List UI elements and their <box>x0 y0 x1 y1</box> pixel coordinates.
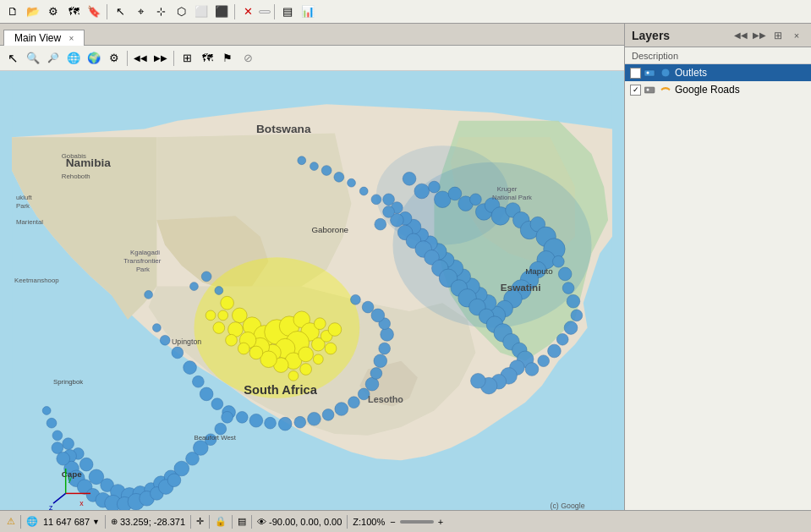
eye-values: -90.00, 0.00, 0.00 <box>269 517 342 527</box>
zoom-slider[interactable] <box>400 520 434 524</box>
tab-bar: Main View × <box>0 24 624 46</box>
svg-point-137 <box>160 335 170 345</box>
collapse-right-button[interactable]: ▶▶ <box>752 28 767 43</box>
layer-checkbox-outlets[interactable]: ✓ <box>630 68 641 79</box>
map-view[interactable]: Namibia Botswana Eswatini Lesotho South … <box>0 71 624 510</box>
measure-tool-icon[interactable]: ⌖ <box>131 3 150 21</box>
map-svg: Namibia Botswana Eswatini Lesotho South … <box>0 71 624 510</box>
sep-5 <box>173 51 174 66</box>
bookmark-goto-icon[interactable]: ⚑ <box>218 49 237 68</box>
bookmark-icon[interactable]: 🔖 <box>85 3 103 21</box>
svg-point-136 <box>351 294 361 304</box>
svg-point-135 <box>362 301 374 313</box>
full-extent-globe-icon[interactable]: 🌐 <box>64 49 83 68</box>
measure2-tool-icon[interactable]: ⊹ <box>151 3 170 21</box>
settings-global-icon[interactable]: ⚙ <box>44 3 63 21</box>
zoom-minus-button[interactable]: − <box>390 517 395 527</box>
layers-panel: Layers ◀◀ ▶▶ ⊞ × Description ✓ <box>625 24 811 510</box>
svg-rect-198 <box>644 87 655 93</box>
attribute-table-icon[interactable]: ▤ <box>278 3 297 21</box>
nav-crosshair-icon: ✛ <box>196 516 204 527</box>
svg-point-98 <box>310 162 319 171</box>
svg-text:Park: Park <box>136 266 150 273</box>
svg-point-40 <box>448 187 462 200</box>
warning-status: ⚠ <box>7 516 15 527</box>
collapse-left-button[interactable]: ◀◀ <box>733 28 748 43</box>
new-file-icon[interactable]: 🗋 <box>3 3 22 21</box>
selected-count-badge <box>259 10 271 14</box>
upington-label: Upington <box>172 337 201 346</box>
pan-back-icon[interactable]: ◀◀ <box>131 49 150 68</box>
basemap-icon[interactable]: 🗺 <box>198 49 216 68</box>
grid-toggle-icon[interactable]: ⊞ <box>178 49 196 68</box>
table-status[interactable]: ▤ <box>238 516 246 527</box>
svg-point-111 <box>525 363 539 376</box>
layer-settings-icon[interactable]: ⚙ <box>105 49 123 68</box>
main-view-tab[interactable]: Main View × <box>3 30 85 46</box>
svg-point-141 <box>215 287 223 295</box>
svg-point-93 <box>371 195 381 205</box>
filter-icon[interactable]: ⊘ <box>238 49 257 68</box>
layer-item-outlets[interactable]: ✓ Outlets <box>625 64 811 81</box>
poly-select-icon[interactable]: ⬡ <box>172 3 190 21</box>
svg-point-115 <box>200 387 213 401</box>
map-view-icon[interactable]: 🗺 <box>64 3 83 21</box>
layer-extent-icon[interactable]: 🌍 <box>85 49 103 68</box>
status-sep-1 <box>20 515 21 529</box>
svg-point-131 <box>379 343 391 354</box>
rect-select-icon[interactable]: ⬜ <box>192 3 211 21</box>
svg-point-140 <box>201 271 211 282</box>
coordinates-status[interactable]: 11 647 687 ▼ <box>43 517 100 527</box>
zoom-out-icon[interactable]: 🔎 <box>44 49 63 68</box>
close-panel-button[interactable]: × <box>789 28 804 43</box>
svg-point-173 <box>52 431 63 441</box>
svg-point-97 <box>321 166 332 176</box>
lesotho-label: Lesotho <box>368 394 403 404</box>
sep-2 <box>234 4 235 19</box>
open-file-icon[interactable]: 📂 <box>24 3 42 21</box>
sep-4 <box>127 51 128 66</box>
svg-point-128 <box>365 377 379 391</box>
svg-point-125 <box>335 403 348 416</box>
layer-item-google-roads[interactable]: ✓ Google Roads <box>625 81 811 98</box>
svg-point-25 <box>226 334 238 346</box>
cancel-selection-icon[interactable]: ✕ <box>238 3 257 21</box>
keetmanshoop-label: Keetmanshoop <box>14 277 59 284</box>
coordinates-dropdown-icon[interactable]: ▼ <box>92 518 100 526</box>
pan-forward-icon[interactable]: ▶▶ <box>151 49 170 68</box>
svg-text:x: x <box>79 499 84 507</box>
latlon-icon: ⊕ <box>111 517 118 526</box>
svg-point-174 <box>47 418 57 428</box>
layer-checkbox-roads[interactable]: ✓ <box>630 85 641 96</box>
svg-point-105 <box>567 294 580 308</box>
chart-icon[interactable]: 📊 <box>299 3 317 21</box>
pin-panel-button[interactable]: ⊞ <box>770 28 786 43</box>
select-tool-icon[interactable]: ↖ <box>111 3 129 21</box>
layer-name-roads: Google Roads <box>675 84 806 96</box>
svg-point-176 <box>52 442 63 454</box>
pointer-tool-icon[interactable]: ↖ <box>3 49 22 68</box>
rehoboth-label: Rehoboth <box>62 173 90 180</box>
layer-vis-roads-icon[interactable] <box>644 84 656 96</box>
layer-name-outlets: Outlets <box>675 67 806 79</box>
lasso-select-icon[interactable]: ⬛ <box>212 3 231 21</box>
layer-vis-outlets-icon[interactable] <box>644 67 656 79</box>
status-sep-6 <box>251 515 252 529</box>
status-bar: ⚠ 🌐 11 647 687 ▼ ⊕ 33.259; -28.371 ✛ 🔒 ▤… <box>0 510 811 532</box>
svg-text:Transfrontier: Transfrontier <box>123 257 161 265</box>
nav-icon-status: ✛ <box>196 516 204 527</box>
coordinates-value: 11 647 687 <box>43 517 90 527</box>
main-content: Main View × ↖ 🔍 🔎 🌐 🌍 ⚙ ◀◀ ▶▶ ⊞ 🗺 ⚑ ⊘ <box>0 24 811 510</box>
svg-point-199 <box>647 89 649 91</box>
svg-point-28 <box>218 310 228 321</box>
tab-close-button[interactable]: × <box>68 34 74 43</box>
svg-point-37 <box>414 184 430 199</box>
zoom-controls: − + <box>390 517 443 527</box>
status-sep-2 <box>105 515 106 529</box>
beaufort-label: Beaufort West <box>194 434 236 442</box>
zoom-plus-button[interactable]: + <box>438 517 443 527</box>
lock-status[interactable]: 🔒 <box>215 516 227 527</box>
mariental-label: Mariental <box>16 218 43 226</box>
status-sep-7 <box>347 515 348 529</box>
zoom-in-icon[interactable]: 🔍 <box>24 49 42 68</box>
